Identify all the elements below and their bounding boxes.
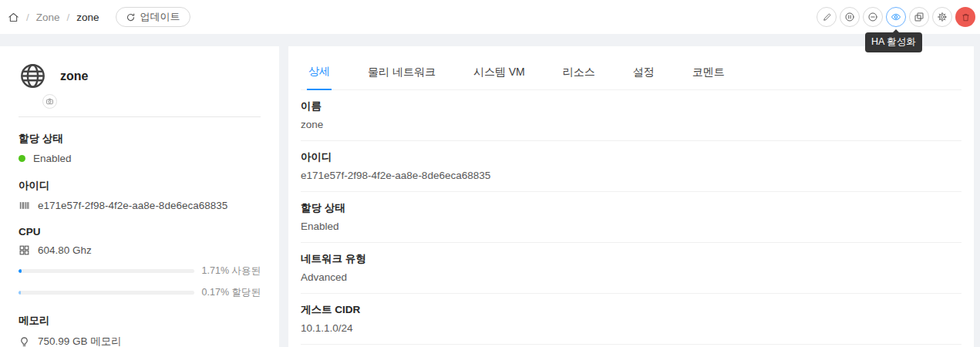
allocation-state-label: 할당 상태: [19, 132, 261, 146]
memory-section: 메모리 750.99 GB 메모리 0.87% 사용된 0.20% 할당된: [19, 314, 261, 347]
resource-head: zone: [19, 62, 261, 90]
eye-icon: [891, 12, 901, 22]
trash-icon: [961, 12, 971, 22]
remove-button[interactable]: [863, 7, 883, 27]
cpu-used-bar: 1.71% 사용된: [19, 264, 261, 278]
enable-ha-button[interactable]: [886, 7, 906, 27]
cpu-allocated-bar: 0.17% 할당된: [19, 286, 261, 299]
pause-circle-icon: [844, 12, 855, 22]
breadcrumb-separator: /: [67, 12, 70, 23]
cpu-allocated-label: 0.17% 할당된: [202, 286, 261, 299]
cpu-used-label: 1.71% 사용된: [202, 264, 261, 278]
cpu-section: CPU 604.80 Ghz 1.71% 사용된 0.17% 할당된: [19, 226, 261, 299]
pencil-icon: [822, 12, 832, 22]
edit-button[interactable]: [817, 7, 837, 27]
breadcrumb: / Zone / zone 업데이트: [8, 7, 190, 27]
allocation-state-value: Enabled: [33, 153, 72, 164]
top-bar: / Zone / zone 업데이트: [0, 0, 980, 34]
allocation-state-section: 할당 상태 Enabled: [19, 132, 261, 164]
detail-card: 상세 물리 네트워크 시스템 VM 리소스 설정 코멘트 이름 zone 아이디…: [288, 46, 974, 347]
settings-button[interactable]: [932, 7, 952, 27]
gear-icon: [937, 12, 948, 22]
disable-zone-button[interactable]: [840, 7, 860, 27]
detail-row-allocation-state: 할당 상태 Enabled: [301, 192, 961, 243]
resource-title: zone: [60, 69, 88, 83]
detail-row-name: 이름 zone: [301, 90, 961, 141]
globe-icon: [19, 62, 47, 90]
memory-label: 메모리: [19, 314, 261, 328]
ha-tooltip: HA 활성화: [865, 32, 922, 52]
refresh-button-label: 업데이트: [140, 10, 180, 24]
status-dot: [19, 155, 25, 162]
cpu-value: 604.80 Ghz: [38, 244, 92, 256]
home-icon[interactable]: [8, 12, 19, 23]
barcode-icon: [19, 200, 30, 211]
tab-comments[interactable]: 코멘트: [691, 64, 726, 89]
tab-bar: 상세 물리 네트워크 시스템 VM 리소스 설정 코멘트: [301, 46, 961, 90]
add-vmware-datacenter-button[interactable]: [909, 7, 929, 27]
camera-icon: [45, 97, 54, 106]
resource-info-card: zone 할당 상태 Enabled 아이디: [0, 46, 279, 347]
minus-circle-icon: [867, 12, 878, 22]
tab-settings[interactable]: 설정: [631, 64, 656, 89]
detail-row-network-type: 네트워크 유형 Advanced: [301, 243, 961, 294]
id-section: 아이디 e171e57f-2f98-4f2e-aa8e-8de6eca68835: [19, 179, 261, 211]
tab-system-vms[interactable]: 시스템 VM: [472, 64, 527, 89]
cpu-label: CPU: [19, 226, 261, 238]
tab-physical-network[interactable]: 물리 네트워크: [366, 64, 437, 89]
reload-icon: [126, 12, 136, 22]
breadcrumb-zone-link[interactable]: Zone: [36, 12, 60, 23]
copy-icon: [914, 12, 924, 22]
header-actions: [817, 7, 975, 27]
tab-resources[interactable]: 리소스: [561, 64, 597, 89]
bulb-icon: [19, 336, 30, 347]
detail-row-guest-cidr: 게스트 CIDR 10.1.1.0/24: [301, 294, 961, 345]
breadcrumb-current: zone: [76, 12, 99, 23]
refresh-button[interactable]: 업데이트: [116, 7, 190, 27]
id-label: 아이디: [19, 179, 261, 193]
id-value: e171e57f-2f98-4f2e-aa8e-8de6eca68835: [38, 200, 227, 211]
tab-details[interactable]: 상세: [307, 63, 332, 90]
divider: [19, 116, 261, 117]
cpu-grid-icon: [19, 244, 30, 256]
detail-list: 이름 zone 아이디 e171e57f-2f98-4f2e-aa8e-8de6…: [301, 90, 961, 347]
main-content: zone 할당 상태 Enabled 아이디: [0, 46, 980, 347]
memory-value: 750.99 GB 메모리: [38, 335, 122, 347]
delete-zone-button[interactable]: [955, 7, 975, 27]
upload-image-button[interactable]: [42, 94, 57, 109]
breadcrumb-separator: /: [26, 12, 29, 23]
detail-row-id: 아이디 e171e57f-2f98-4f2e-aa8e-8de6eca68835: [301, 141, 961, 192]
